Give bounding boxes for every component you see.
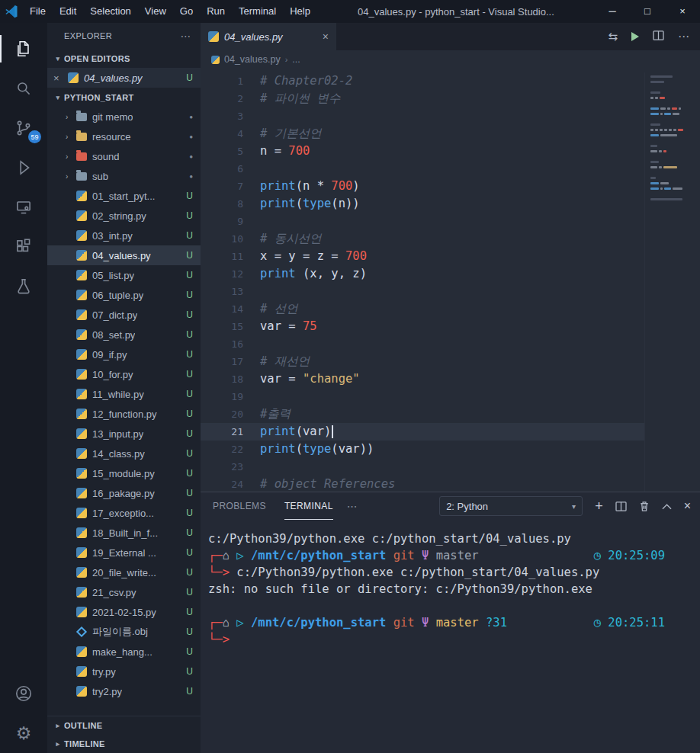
- open-editors-header[interactable]: ▾ OPEN EDITORS: [47, 49, 201, 68]
- file-item[interactable]: 12_function.pyU: [47, 404, 201, 424]
- timeline-header[interactable]: ▸ TIMELINE: [47, 735, 201, 753]
- file-item[interactable]: 07_dict.pyU: [47, 305, 201, 325]
- code-line[interactable]: 15var = 75: [201, 318, 644, 335]
- code-line[interactable]: 13: [201, 283, 644, 300]
- code-line[interactable]: 2# 파이썬 변수: [201, 90, 644, 107]
- code-line[interactable]: 3: [201, 107, 644, 125]
- breadcrumb-symbol[interactable]: ...: [292, 54, 300, 65]
- file-item[interactable]: 21_csv.pyU: [47, 582, 201, 602]
- menu-view[interactable]: View: [138, 0, 173, 23]
- panel-tab-terminal[interactable]: TERMINAL: [284, 493, 333, 520]
- editor-pane[interactable]: 1# Chapter02-22# 파이썬 변수34# 기본선언5n = 7006…: [201, 69, 700, 492]
- code-line[interactable]: 16: [201, 335, 644, 353]
- file-item[interactable]: 11_while.pyU: [47, 384, 201, 404]
- code-line[interactable]: 23: [201, 458, 644, 476]
- file-item[interactable]: 14_class.pyU: [47, 444, 201, 463]
- extensions-icon[interactable]: [0, 227, 47, 267]
- code-line[interactable]: 22print(type(var)): [201, 441, 644, 458]
- tab-close-icon[interactable]: ×: [323, 30, 329, 43]
- file-item[interactable]: make_hang...U: [47, 642, 201, 662]
- code-line[interactable]: 21print(var): [201, 423, 644, 441]
- code-line[interactable]: 18var = "change": [201, 370, 644, 388]
- code-line[interactable]: 5n = 700: [201, 143, 644, 160]
- code-line[interactable]: 8print(type(n)): [201, 195, 644, 213]
- file-item[interactable]: 19_External ...U: [47, 543, 201, 562]
- settings-gear-icon[interactable]: ⚙: [0, 713, 47, 753]
- close-editor-icon[interactable]: ×: [53, 72, 66, 84]
- sidebar-more-icon[interactable]: ⋯: [181, 30, 191, 42]
- file-item[interactable]: 01_start_pyt...U: [47, 186, 201, 206]
- file-item[interactable]: 09_if.pyU: [47, 344, 201, 364]
- file-item[interactable]: 04_values.pyU: [47, 245, 201, 265]
- editor-more-icon[interactable]: ⋯: [678, 30, 689, 43]
- menu-edit[interactable]: Edit: [53, 0, 83, 23]
- breadcrumb-file[interactable]: 04_values.py: [224, 54, 281, 65]
- file-item[interactable]: 2021-02-15.pyU: [47, 602, 201, 622]
- file-item[interactable]: try2.pyU: [47, 681, 201, 701]
- menu-selection[interactable]: Selection: [83, 0, 137, 23]
- file-item[interactable]: 16_pakage.pyU: [47, 483, 201, 503]
- code-line[interactable]: 9: [201, 213, 644, 230]
- project-header[interactable]: ▾ PYTHON_START: [47, 88, 201, 107]
- folder-item[interactable]: ›git memo●: [47, 107, 201, 127]
- file-item[interactable]: 10_for.pyU: [47, 364, 201, 384]
- test-beaker-icon[interactable]: [0, 267, 47, 306]
- run-file-icon[interactable]: [631, 32, 639, 41]
- menu-terminal[interactable]: Terminal: [232, 0, 283, 23]
- new-terminal-icon[interactable]: +: [595, 498, 603, 514]
- panel-more-icon[interactable]: ⋯: [347, 500, 358, 512]
- panel-tab-problems[interactable]: PROBLEMS: [213, 493, 266, 520]
- menu-run[interactable]: Run: [200, 0, 232, 23]
- outline-header[interactable]: ▸ OUTLINE: [47, 716, 201, 735]
- file-item[interactable]: 20_file_write...U: [47, 562, 201, 582]
- maximize-panel-icon[interactable]: [662, 503, 672, 510]
- tab-04-values[interactable]: 04_values.py ×: [201, 23, 336, 50]
- code-line[interactable]: 17# 재선언: [201, 353, 644, 370]
- menu-help[interactable]: Help: [283, 0, 317, 23]
- open-editor-item[interactable]: ×04_values.pyU: [47, 68, 201, 88]
- maximize-button[interactable]: □: [630, 0, 665, 23]
- file-item[interactable]: 15_module.pyU: [47, 463, 201, 483]
- compare-changes-icon[interactable]: ⇆: [608, 30, 618, 43]
- code-line[interactable]: 7print(n * 700): [201, 178, 644, 195]
- file-item[interactable]: 02_string.pyU: [47, 206, 201, 226]
- search-icon[interactable]: [0, 69, 47, 108]
- split-terminal-icon[interactable]: [615, 501, 627, 511]
- file-item[interactable]: try.pyU: [47, 662, 201, 681]
- source-control-icon[interactable]: 59: [0, 108, 47, 148]
- code-line[interactable]: 14# 선언: [201, 300, 644, 318]
- remote-explorer-icon[interactable]: [0, 187, 47, 227]
- code-line[interactable]: 24# object References: [201, 476, 644, 493]
- file-item[interactable]: 08_set.pyU: [47, 325, 201, 344]
- code-line[interactable]: 4# 기본선언: [201, 125, 644, 143]
- code-line[interactable]: 12print (x, y, z): [201, 265, 644, 283]
- file-item[interactable]: 18_Built_in_f...U: [47, 523, 201, 543]
- account-icon[interactable]: [0, 674, 47, 713]
- file-item[interactable]: 13_input.pyU: [47, 424, 201, 444]
- folder-item[interactable]: ›sub●: [47, 166, 201, 186]
- file-item[interactable]: 06_tuple.pyU: [47, 285, 201, 305]
- kill-terminal-icon[interactable]: [639, 501, 650, 512]
- explorer-icon[interactable]: [0, 29, 47, 69]
- code-line[interactable]: 6: [201, 160, 644, 178]
- close-button[interactable]: ×: [665, 0, 700, 23]
- folder-item[interactable]: ›sound●: [47, 146, 201, 166]
- breadcrumb[interactable]: 04_values.py › ...: [201, 50, 700, 69]
- code-line[interactable]: 20#출력: [201, 405, 644, 423]
- code-line[interactable]: 19: [201, 388, 644, 405]
- run-debug-icon[interactable]: [0, 148, 47, 187]
- menu-go[interactable]: Go: [173, 0, 200, 23]
- code-line[interactable]: 1# Chapter02-2: [201, 72, 644, 90]
- file-item[interactable]: 17_exceptio...U: [47, 503, 201, 523]
- split-editor-icon[interactable]: [653, 30, 664, 43]
- file-item[interactable]: 파일이름.objU: [47, 622, 201, 642]
- minimize-button[interactable]: ─: [595, 0, 630, 23]
- terminal-output[interactable]: c:/Python39/python.exe c:/python_start/0…: [201, 520, 700, 753]
- menu-file[interactable]: File: [23, 0, 53, 23]
- file-item[interactable]: 05_list.pyU: [47, 265, 201, 285]
- folder-item[interactable]: ›resource●: [47, 127, 201, 146]
- minimap[interactable]: [644, 72, 700, 492]
- code-line[interactable]: 11x = y = z = 700: [201, 248, 644, 265]
- close-panel-icon[interactable]: ×: [684, 499, 691, 513]
- code-line[interactable]: 10# 동시선언: [201, 230, 644, 248]
